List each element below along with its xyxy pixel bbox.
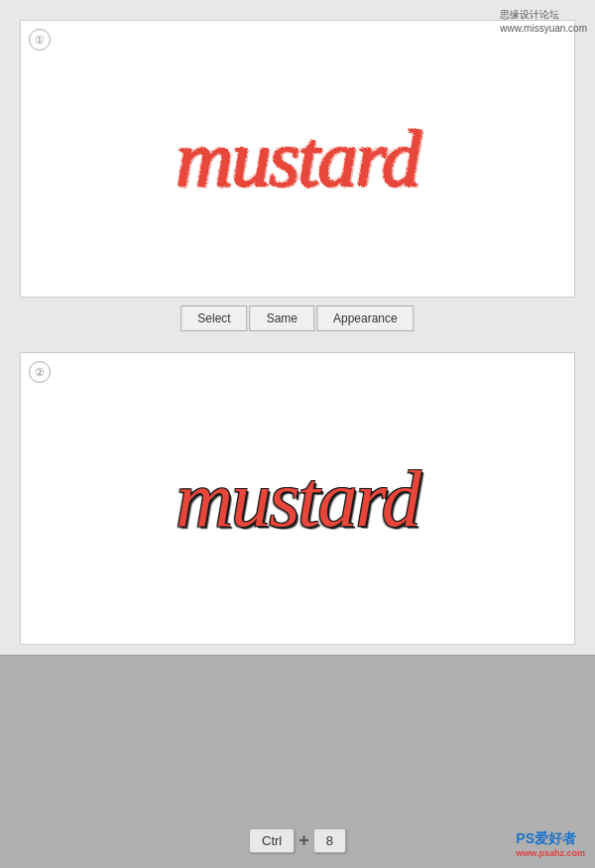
logo-url: www.psahz.com bbox=[516, 848, 585, 858]
suffix-text: 爱好者 bbox=[535, 830, 576, 846]
number-key: 8 bbox=[313, 828, 346, 853]
plus-icon: + bbox=[298, 830, 309, 851]
ctrl-key: Ctrl bbox=[249, 828, 295, 853]
button-row: Select Same Appearance bbox=[179, 306, 415, 331]
select-button[interactable]: Select bbox=[180, 306, 247, 331]
mustard-text-2: mustard bbox=[176, 453, 418, 544]
bottom-panel: Pathfinder << × ≡ Shape Modes: bbox=[0, 655, 595, 868]
same-button[interactable]: Same bbox=[250, 306, 314, 331]
appearance-button[interactable]: Appearance bbox=[316, 306, 415, 331]
mustard-text-1: mustard bbox=[176, 114, 418, 204]
step-number-2: ② bbox=[29, 361, 51, 383]
canvas-area: ① mustard Select Same Appearance ② musta… bbox=[0, 0, 595, 655]
step-panel-1: ① mustard bbox=[20, 20, 575, 298]
step-panel-2: ② mustard bbox=[20, 352, 575, 645]
bottom-logo: PS爱好者 www.psahz.com bbox=[516, 830, 585, 858]
shortcut-bar: Ctrl + 8 bbox=[249, 828, 346, 853]
watermark: 思缘设计论坛 www.missyuan.com bbox=[500, 8, 587, 36]
step-number-1: ① bbox=[29, 29, 51, 51]
ps-text: PS bbox=[516, 830, 535, 846]
